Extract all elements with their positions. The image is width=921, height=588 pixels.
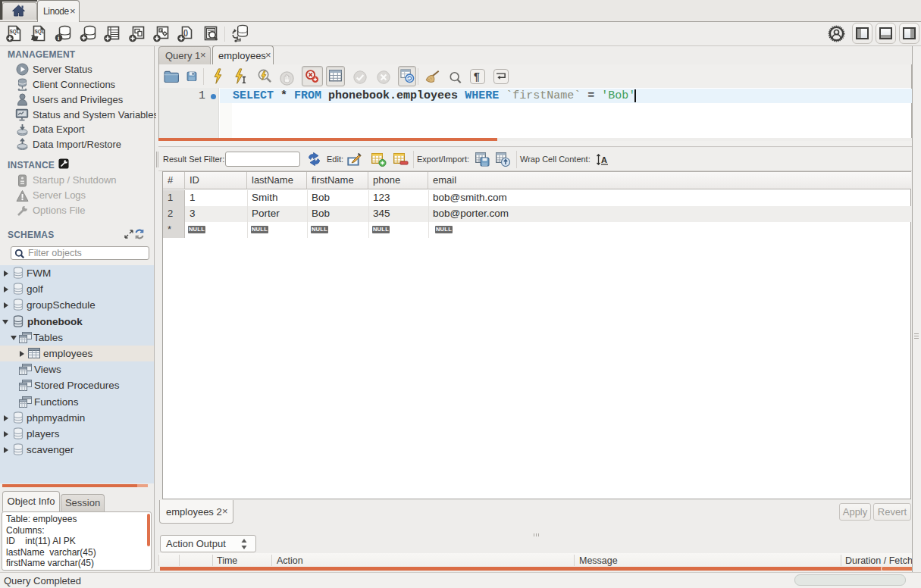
svg-text:SQL: SQL <box>35 29 45 35</box>
svg-text:A: A <box>601 155 607 164</box>
svg-text:SQL: SQL <box>10 29 20 35</box>
svg-text:(): () <box>183 29 188 36</box>
